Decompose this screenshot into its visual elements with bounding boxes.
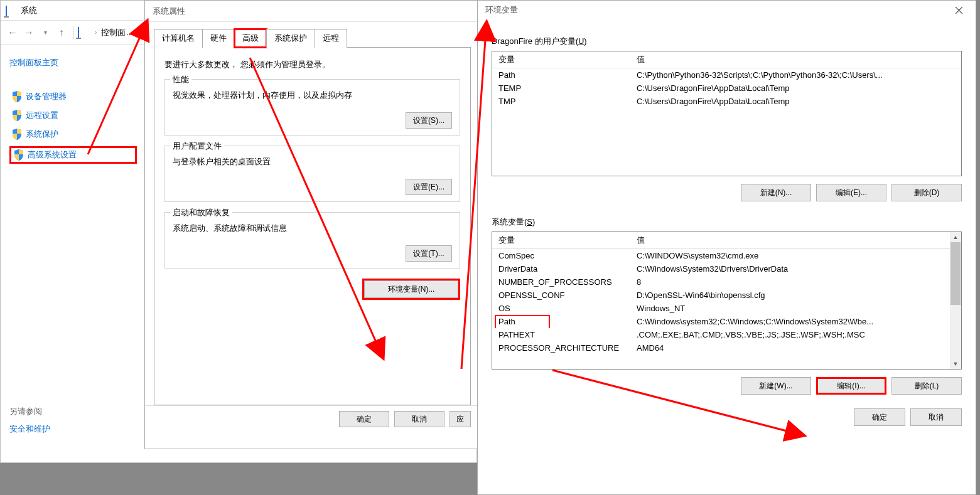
shield-icon (12, 129, 22, 140)
scroll-down-icon[interactable]: ▼ (950, 359, 961, 369)
environment-variables-button[interactable]: 环境变量(N)... (364, 280, 458, 298)
separator (73, 26, 74, 39)
tab-computer-name[interactable]: 计算机名 (154, 29, 203, 48)
dialog-body: DragonFire 的用户变量(U) 变量 值 PathC:\Python\P… (478, 19, 976, 401)
device-manager-link[interactable]: 设备管理器 (9, 90, 137, 104)
user-vars-label: DragonFire 的用户变量(U) (492, 36, 962, 47)
dialog-title: 环境变量 (485, 4, 518, 16)
delete-user-var-button[interactable]: 删除(D) (891, 184, 962, 201)
close-button[interactable] (945, 1, 973, 19)
breadcrumb[interactable]: 控制面… (101, 27, 134, 38)
tab-remote[interactable]: 远程 (315, 29, 347, 48)
delete-sys-var-button[interactable]: 删除(L) (891, 377, 962, 395)
nav-forward-button[interactable]: → (21, 24, 37, 41)
nav-back-button[interactable]: ← (4, 24, 21, 41)
user-profile-settings-button[interactable]: 设置(E)... (406, 179, 452, 195)
user-vars-buttons: 新建(N)... 编辑(E)... 删除(D) (492, 184, 962, 201)
system-icon (6, 6, 17, 15)
group-title: 启动和故障恢复 (170, 207, 232, 218)
group-title: 用户配置文件 (170, 141, 224, 152)
startup-settings-button[interactable]: 设置(T)... (406, 245, 452, 262)
table-row[interactable]: PathC:\Windows\system32;C:\Windows;C:\Wi… (492, 315, 961, 328)
system-vars-table: 变量 值 ComSpecC:\WINDOWS\system32\cmd.exe … (492, 232, 961, 354)
advanced-pane: 要进行大多数更改， 您必须作为管理员登录。 性能 视觉效果，处理器计划，内存使用… (154, 48, 471, 405)
control-panel-home-link[interactable]: 控制面板主页 (9, 56, 137, 70)
dialog-content: 计算机名 硬件 高级 系统保护 远程 要进行大多数更改， 您必须作为管理员登录。… (145, 22, 480, 405)
tabs: 计算机名 硬件 高级 系统保护 远程 (154, 28, 471, 48)
nav-up-button[interactable]: ↑ (53, 24, 70, 41)
environment-variables-dialog: 环境变量 DragonFire 的用户变量(U) 变量 值 PathC:\Pyt… (477, 0, 976, 495)
dialog-titlebar: 环境变量 (478, 1, 976, 19)
user-vars-listbox[interactable]: 变量 值 PathC:\Python\Python36-32\Scripts\;… (492, 51, 962, 176)
user-profile-group: 用户配置文件 与登录帐户相关的桌面设置 设置(E)... (164, 146, 460, 202)
table-row[interactable]: OPENSSL_CONFD:\OpenSSL-Win64\bin\openssl… (492, 289, 961, 302)
admin-notice: 要进行大多数更改， 您必须作为管理员登录。 (164, 59, 460, 70)
nav-dropdown-button[interactable]: ▾ (37, 24, 53, 41)
address-bar[interactable]: › 控制面… (78, 27, 134, 38)
table-row[interactable]: PROCESSOR_ARCHITECTUREAMD64 (492, 341, 961, 354)
table-row[interactable]: PATHEXT.COM;.EXE;.BAT;.CMD;.VBS;.VBE;.JS… (492, 328, 961, 341)
cancel-button[interactable]: 取消 (910, 408, 962, 426)
table-row[interactable]: DriverDataC:\Windows\System32\Drivers\Dr… (492, 262, 961, 275)
scrollbar-thumb[interactable] (950, 242, 961, 305)
sidebar-item-label: 设备管理器 (26, 91, 67, 102)
remote-settings-link[interactable]: 远程设置 (9, 109, 137, 122)
advanced-system-settings-link[interactable]: 高级系统设置 (9, 146, 137, 164)
sidebar-item-label: 系统保护 (26, 129, 58, 140)
shield-icon (12, 110, 22, 121)
apply-button[interactable]: 应 (450, 411, 471, 427)
system-title: 系统 (21, 5, 37, 16)
chevron-right-icon: › (93, 29, 99, 36)
user-vars-table: 变量 值 PathC:\Python\Python36-32\Scripts\;… (492, 51, 961, 108)
col-variable[interactable]: 变量 (492, 232, 630, 249)
table-row[interactable]: ComSpecC:\WINDOWS\system32\cmd.exe (492, 249, 961, 263)
env-variables-highlight: 环境变量(N)... (362, 279, 460, 300)
scroll-up-icon[interactable]: ▲ (950, 232, 961, 242)
sidebar-item-label: 远程设置 (26, 110, 58, 121)
performance-settings-button[interactable]: 设置(S)... (406, 112, 452, 129)
system-vars-buttons: 新建(W)... 编辑(I)... 删除(L) (492, 377, 962, 395)
cancel-button[interactable]: 取消 (394, 411, 444, 427)
edit-user-var-button[interactable]: 编辑(E)... (816, 184, 886, 201)
group-title: 性能 (170, 74, 191, 85)
ok-button[interactable]: 确定 (854, 408, 905, 426)
scrollbar[interactable]: ▲ ▼ (950, 232, 961, 369)
table-row[interactable]: TMPC:\Users\DragonFire\AppData\Local\Tem… (492, 95, 961, 108)
group-desc: 与登录帐户相关的桌面设置 (173, 156, 452, 168)
tab-hardware[interactable]: 硬件 (202, 29, 235, 48)
col-value[interactable]: 值 (630, 232, 961, 249)
dialog-title: 系统属性 (145, 1, 480, 22)
col-value[interactable]: 值 (630, 51, 961, 68)
see-also-label: 另请参阅 (9, 407, 42, 416)
edit-sys-var-button[interactable]: 编辑(I)... (816, 377, 886, 395)
shield-icon (12, 91, 22, 102)
monitor-icon (78, 28, 90, 38)
shield-icon (14, 149, 24, 161)
system-protection-link[interactable]: 系统保护 (9, 127, 137, 141)
new-user-var-button[interactable]: 新建(N)... (741, 184, 811, 201)
system-properties-dialog: 系统属性 计算机名 硬件 高级 系统保护 远程 要进行大多数更改， 您必须作为管… (144, 0, 480, 449)
col-variable[interactable]: 变量 (492, 51, 630, 68)
sidebar-item-label: 高级系统设置 (28, 149, 77, 161)
table-row[interactable]: TEMPC:\Users\DragonFire\AppData\Local\Te… (492, 82, 961, 95)
system-vars-label: 系统变量(S) (492, 216, 962, 228)
system-vars-listbox[interactable]: 变量 值 ComSpecC:\WINDOWS\system32\cmd.exe … (492, 232, 962, 370)
dialog-footer: 确定 取消 (478, 401, 976, 437)
table-row[interactable]: NUMBER_OF_PROCESSORS8 (492, 275, 961, 289)
tab-advanced[interactable]: 高级 (234, 29, 267, 48)
group-desc: 系统启动、系统故障和调试信息 (173, 223, 452, 234)
dialog-footer: 确定 取消 应 (145, 405, 480, 432)
security-maintenance-link[interactable]: 安全和维护 (9, 423, 137, 435)
new-sys-var-button[interactable]: 新建(W)... (741, 377, 811, 395)
side-footer: 另请参阅 安全和维护 (9, 406, 137, 435)
table-row[interactable]: PathC:\Python\Python36-32\Scripts\;C:\Py… (492, 68, 961, 82)
startup-recovery-group: 启动和故障恢复 系统启动、系统故障和调试信息 设置(T)... (164, 212, 460, 269)
ok-button[interactable]: 确定 (339, 411, 389, 427)
performance-group: 性能 视觉效果，处理器计划，内存使用，以及虚拟内存 设置(S)... (164, 79, 460, 136)
tab-system-protection[interactable]: 系统保护 (266, 29, 315, 48)
group-desc: 视觉效果，处理器计划，内存使用，以及虚拟内存 (173, 90, 452, 101)
side-panel: 控制面板主页 设备管理器 远程设置 系统保护 (1, 45, 142, 462)
table-row[interactable]: OSWindows_NT (492, 302, 961, 315)
